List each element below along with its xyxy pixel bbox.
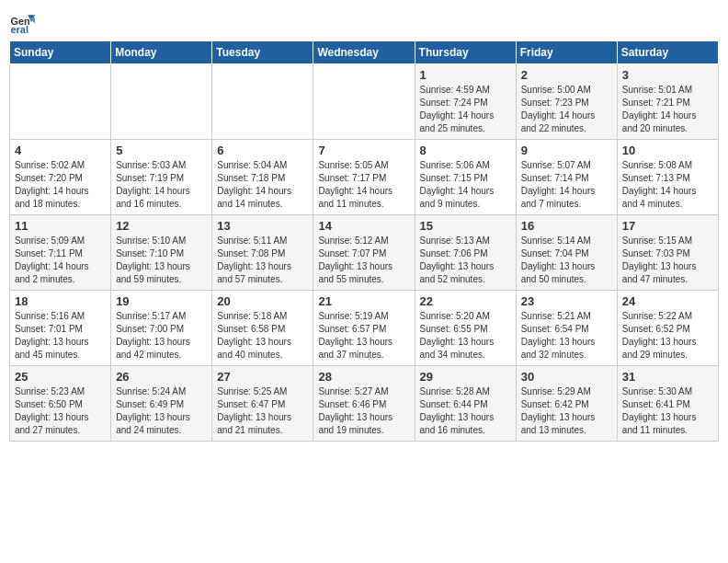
day-number: 31	[622, 370, 713, 384]
calendar-cell: 31Sunrise: 5:30 AM Sunset: 6:41 PM Dayli…	[617, 366, 718, 442]
weekday-header-saturday: Saturday	[617, 41, 718, 64]
day-number: 6	[217, 144, 308, 157]
calendar-cell: 18Sunrise: 5:16 AM Sunset: 7:01 PM Dayli…	[10, 291, 111, 366]
day-number: 19	[116, 294, 207, 308]
calendar-cell: 19Sunrise: 5:17 AM Sunset: 7:00 PM Dayli…	[111, 291, 212, 366]
logo-icon: Gen eral	[9, 9, 35, 35]
calendar-table: SundayMondayTuesdayWednesdayThursdayFrid…	[9, 40, 719, 442]
day-info: Sunrise: 5:25 AM Sunset: 6:47 PM Dayligh…	[217, 385, 308, 437]
calendar-cell: 28Sunrise: 5:27 AM Sunset: 6:46 PM Dayli…	[313, 366, 415, 442]
calendar-cell: 23Sunrise: 5:21 AM Sunset: 6:54 PM Dayli…	[516, 291, 617, 366]
day-info: Sunrise: 5:08 AM Sunset: 7:13 PM Dayligh…	[622, 159, 713, 211]
day-info: Sunrise: 5:15 AM Sunset: 7:03 PM Dayligh…	[622, 235, 713, 286]
day-number: 24	[622, 294, 713, 308]
weekday-header-thursday: Thursday	[415, 41, 516, 64]
day-info: Sunrise: 5:12 AM Sunset: 7:07 PM Dayligh…	[318, 235, 409, 286]
day-info: Sunrise: 5:20 AM Sunset: 6:55 PM Dayligh…	[420, 310, 511, 362]
calendar-cell: 14Sunrise: 5:12 AM Sunset: 7:07 PM Dayli…	[313, 215, 415, 291]
weekday-header-monday: Monday	[111, 41, 212, 64]
day-number: 18	[15, 294, 106, 308]
day-info: Sunrise: 5:09 AM Sunset: 7:11 PM Dayligh…	[15, 235, 106, 286]
calendar-cell: 4Sunrise: 5:02 AM Sunset: 7:20 PM Daylig…	[10, 140, 111, 215]
calendar-cell	[10, 64, 111, 140]
day-number: 10	[622, 144, 713, 157]
calendar-cell: 17Sunrise: 5:15 AM Sunset: 7:03 PM Dayli…	[617, 215, 718, 291]
day-number: 26	[116, 370, 207, 384]
day-number: 3	[622, 68, 713, 82]
day-number: 17	[622, 219, 713, 233]
day-info: Sunrise: 5:27 AM Sunset: 6:46 PM Dayligh…	[318, 385, 409, 437]
calendar-cell: 26Sunrise: 5:24 AM Sunset: 6:49 PM Dayli…	[111, 366, 212, 442]
calendar-cell: 6Sunrise: 5:04 AM Sunset: 7:18 PM Daylig…	[212, 140, 313, 215]
calendar-cell	[111, 64, 212, 140]
calendar-cell: 25Sunrise: 5:23 AM Sunset: 6:50 PM Dayli…	[10, 366, 111, 442]
day-info: Sunrise: 5:07 AM Sunset: 7:14 PM Dayligh…	[521, 159, 612, 211]
day-info: Sunrise: 5:00 AM Sunset: 7:23 PM Dayligh…	[521, 84, 612, 135]
day-info: Sunrise: 5:10 AM Sunset: 7:10 PM Dayligh…	[116, 235, 207, 286]
day-number: 22	[420, 294, 511, 308]
calendar-cell: 2Sunrise: 5:00 AM Sunset: 7:23 PM Daylig…	[516, 64, 617, 140]
day-number: 23	[521, 294, 612, 308]
day-info: Sunrise: 5:14 AM Sunset: 7:04 PM Dayligh…	[521, 235, 612, 286]
weekday-header-sunday: Sunday	[10, 41, 111, 64]
day-info: Sunrise: 5:18 AM Sunset: 6:58 PM Dayligh…	[217, 310, 308, 362]
day-info: Sunrise: 5:11 AM Sunset: 7:08 PM Dayligh…	[217, 235, 308, 286]
calendar-cell: 7Sunrise: 5:05 AM Sunset: 7:17 PM Daylig…	[313, 140, 415, 215]
svg-text:eral: eral	[11, 24, 28, 35]
day-number: 30	[521, 370, 612, 384]
calendar-cell: 8Sunrise: 5:06 AM Sunset: 7:15 PM Daylig…	[415, 140, 516, 215]
day-number: 27	[217, 370, 308, 384]
calendar-cell: 5Sunrise: 5:03 AM Sunset: 7:19 PM Daylig…	[111, 140, 212, 215]
logo: Gen eral	[9, 9, 39, 35]
weekday-header-tuesday: Tuesday	[212, 41, 313, 64]
calendar-cell: 15Sunrise: 5:13 AM Sunset: 7:06 PM Dayli…	[415, 215, 516, 291]
calendar-cell: 30Sunrise: 5:29 AM Sunset: 6:42 PM Dayli…	[516, 366, 617, 442]
day-number: 4	[15, 144, 106, 157]
calendar-cell	[212, 64, 313, 140]
day-number: 29	[420, 370, 511, 384]
day-number: 9	[521, 144, 612, 157]
day-info: Sunrise: 5:03 AM Sunset: 7:19 PM Dayligh…	[116, 159, 207, 211]
calendar-cell: 22Sunrise: 5:20 AM Sunset: 6:55 PM Dayli…	[415, 291, 516, 366]
day-info: Sunrise: 5:04 AM Sunset: 7:18 PM Dayligh…	[217, 159, 308, 211]
calendar-cell: 21Sunrise: 5:19 AM Sunset: 6:57 PM Dayli…	[313, 291, 415, 366]
calendar-cell: 20Sunrise: 5:18 AM Sunset: 6:58 PM Dayli…	[212, 291, 313, 366]
day-info: Sunrise: 5:16 AM Sunset: 7:01 PM Dayligh…	[15, 310, 106, 362]
day-number: 5	[116, 144, 207, 157]
calendar-cell: 11Sunrise: 5:09 AM Sunset: 7:11 PM Dayli…	[10, 215, 111, 291]
day-info: Sunrise: 5:01 AM Sunset: 7:21 PM Dayligh…	[622, 84, 713, 135]
day-number: 2	[521, 68, 612, 82]
day-info: Sunrise: 5:28 AM Sunset: 6:44 PM Dayligh…	[420, 385, 511, 437]
day-info: Sunrise: 5:30 AM Sunset: 6:41 PM Dayligh…	[622, 385, 713, 437]
calendar-cell: 10Sunrise: 5:08 AM Sunset: 7:13 PM Dayli…	[617, 140, 718, 215]
calendar-cell: 16Sunrise: 5:14 AM Sunset: 7:04 PM Dayli…	[516, 215, 617, 291]
day-number: 1	[420, 68, 511, 82]
calendar-cell: 13Sunrise: 5:11 AM Sunset: 7:08 PM Dayli…	[212, 215, 313, 291]
day-info: Sunrise: 5:22 AM Sunset: 6:52 PM Dayligh…	[622, 310, 713, 362]
day-info: Sunrise: 5:06 AM Sunset: 7:15 PM Dayligh…	[420, 159, 511, 211]
calendar-cell: 1Sunrise: 4:59 AM Sunset: 7:24 PM Daylig…	[415, 64, 516, 140]
day-info: Sunrise: 5:17 AM Sunset: 7:00 PM Dayligh…	[116, 310, 207, 362]
day-number: 14	[318, 219, 409, 233]
day-number: 28	[318, 370, 409, 384]
calendar-cell: 3Sunrise: 5:01 AM Sunset: 7:21 PM Daylig…	[617, 64, 718, 140]
calendar-cell: 24Sunrise: 5:22 AM Sunset: 6:52 PM Dayli…	[617, 291, 718, 366]
calendar-cell: 9Sunrise: 5:07 AM Sunset: 7:14 PM Daylig…	[516, 140, 617, 215]
day-number: 12	[116, 219, 207, 233]
calendar-cell: 12Sunrise: 5:10 AM Sunset: 7:10 PM Dayli…	[111, 215, 212, 291]
calendar-cell: 27Sunrise: 5:25 AM Sunset: 6:47 PM Dayli…	[212, 366, 313, 442]
day-info: Sunrise: 5:23 AM Sunset: 6:50 PM Dayligh…	[15, 385, 106, 437]
day-info: Sunrise: 5:19 AM Sunset: 6:57 PM Dayligh…	[318, 310, 409, 362]
day-number: 13	[217, 219, 308, 233]
day-number: 15	[420, 219, 511, 233]
day-number: 20	[217, 294, 308, 308]
day-number: 7	[318, 144, 409, 157]
weekday-header-friday: Friday	[516, 41, 617, 64]
day-number: 8	[420, 144, 511, 157]
day-number: 25	[15, 370, 106, 384]
day-number: 21	[318, 294, 409, 308]
day-info: Sunrise: 5:02 AM Sunset: 7:20 PM Dayligh…	[15, 159, 106, 211]
day-number: 11	[15, 219, 106, 233]
day-info: Sunrise: 5:13 AM Sunset: 7:06 PM Dayligh…	[420, 235, 511, 286]
calendar-cell: 29Sunrise: 5:28 AM Sunset: 6:44 PM Dayli…	[415, 366, 516, 442]
